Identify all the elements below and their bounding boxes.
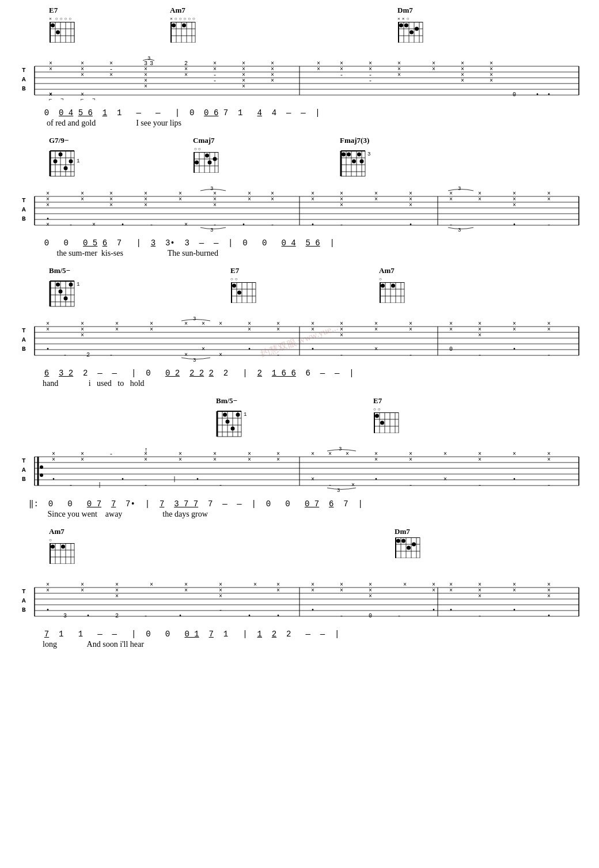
svg-text:-: -: [409, 482, 412, 488]
svg-text:-: -: [271, 222, 274, 228]
svg-text:×: ×: [513, 202, 516, 209]
svg-text:•: •: [449, 607, 453, 613]
svg-text:B: B: [22, 476, 26, 483]
svg-text:-: -: [109, 352, 113, 358]
svg-text:1: 1: [77, 282, 79, 287]
svg-point-158: [347, 153, 351, 157]
svg-point-248: [64, 297, 68, 301]
svg-text:•: •: [52, 476, 55, 483]
svg-point-379: [40, 465, 43, 469]
svg-point-127: [54, 160, 58, 164]
svg-text:×: ×: [449, 196, 453, 203]
svg-text:-: -: [213, 222, 217, 228]
svg-text:T: T: [22, 457, 26, 464]
svg-text:•: •: [121, 476, 124, 483]
svg-text:A: A: [22, 467, 26, 473]
svg-text:|: |: [98, 482, 101, 488]
svg-text:A: A: [22, 597, 26, 604]
svg-point-161: [360, 160, 364, 164]
section-1: E7 × ○○○○: [17, 6, 582, 128]
svg-text:|: |: [173, 476, 176, 483]
svg-text:•: •: [86, 613, 90, 619]
svg-point-35: [399, 24, 403, 28]
chord-cmaj7: Cmaj7 ○○: [193, 136, 219, 176]
svg-text:×: ×: [115, 593, 119, 600]
svg-text:3: 3: [193, 316, 196, 322]
svg-text:×: ×: [184, 222, 188, 228]
svg-text:×: ×: [443, 476, 447, 483]
svg-text:B: B: [22, 215, 26, 222]
svg-text:×: ×: [276, 587, 280, 594]
svg-text:-: -: [409, 352, 412, 358]
svg-text:×: ×: [340, 587, 343, 594]
svg-text:2: 2: [115, 613, 119, 619]
svg-text:×: ×: [449, 587, 453, 594]
svg-text:•: •: [409, 222, 412, 228]
svg-text:•: •: [547, 613, 551, 619]
svg-text:×: ×: [478, 332, 482, 339]
svg-text:•: •: [276, 613, 280, 619]
svg-text:×: ×: [374, 457, 378, 463]
svg-text:×: ×: [46, 222, 50, 228]
svg-text:×: ×: [184, 352, 188, 358]
svg-text:×: ×: [242, 84, 245, 90]
svg-text:×: ×: [46, 202, 50, 209]
svg-text:A: A: [22, 206, 26, 213]
page: E7 × ○○○○: [0, 0, 599, 868]
svg-point-144: [213, 157, 217, 161]
svg-point-456: [412, 543, 416, 547]
svg-text:×: ×: [547, 457, 551, 463]
svg-text:×: ×: [369, 593, 372, 600]
svg-text:×: ×: [213, 202, 217, 209]
svg-point-247: [59, 290, 63, 294]
svg-text:×: ×: [49, 92, 52, 98]
svg-point-455: [407, 546, 411, 550]
svg-point-273: [391, 284, 395, 288]
svg-text:•: •: [513, 476, 516, 483]
svg-point-454: [401, 539, 405, 543]
svg-point-36: [404, 24, 408, 28]
svg-text:×: ×: [397, 72, 401, 78]
notation-line-4: ‖: 0 0 0 7 7 7• | 7 3 7 7 7 — — | 0 0 0 …: [29, 499, 582, 509]
svg-text:×: ×: [513, 587, 516, 594]
svg-text:-: -: [109, 451, 113, 457]
svg-text:×: ×: [443, 451, 447, 457]
svg-text:×: ×: [513, 327, 516, 333]
chord-dm7: Dm7 ××○: [397, 6, 424, 46]
svg-text:-: -: [219, 482, 222, 488]
svg-text:×: ×: [403, 582, 407, 588]
lyrics-line-1: of red and gold I see your lips: [35, 119, 582, 128]
svg-text:3: 3: [210, 228, 213, 232]
chord-am7: Am7 ×○○○○○: [170, 6, 196, 46]
svg-text:×: ×: [144, 84, 147, 90]
svg-point-441: [51, 545, 55, 549]
svg-text:×: ×: [432, 587, 435, 594]
svg-text:×: ×: [547, 196, 551, 203]
lyrics-line-2: the sum-mer kis-ses The sun-burned: [35, 249, 582, 258]
svg-text:-: -: [144, 613, 147, 619]
chord-e7: E7 × ○○○○: [49, 6, 75, 46]
svg-text:0: 0: [513, 92, 516, 98]
svg-text:×: ×: [374, 327, 378, 333]
svg-text:×: ×: [547, 593, 551, 600]
svg-text:•: •: [242, 222, 245, 228]
svg-point-128: [59, 153, 63, 157]
notation-line-1: 0 0 4 5 6 1 1 — — | 0 0 6 7 1 4 4 — — |: [35, 108, 582, 117]
section-4: Bm/5− 1: [17, 396, 582, 519]
svg-text:A: A: [22, 76, 26, 83]
svg-text:×: ×: [276, 327, 280, 333]
svg-text:×: ×: [219, 352, 222, 358]
svg-point-442: [61, 545, 65, 549]
svg-point-130: [69, 160, 73, 164]
svg-text:T: T: [22, 327, 26, 334]
svg-text:•: •: [513, 346, 516, 352]
svg-text:-: -: [547, 482, 551, 488]
svg-text:×: ×: [311, 327, 314, 333]
svg-text:×: ×: [340, 202, 343, 209]
svg-text:×: ×: [179, 196, 182, 203]
svg-point-143: [208, 161, 212, 165]
svg-point-23: [172, 24, 176, 28]
svg-text:×: ×: [478, 196, 482, 203]
svg-point-367: [380, 421, 384, 425]
svg-text:1: 1: [244, 412, 247, 418]
